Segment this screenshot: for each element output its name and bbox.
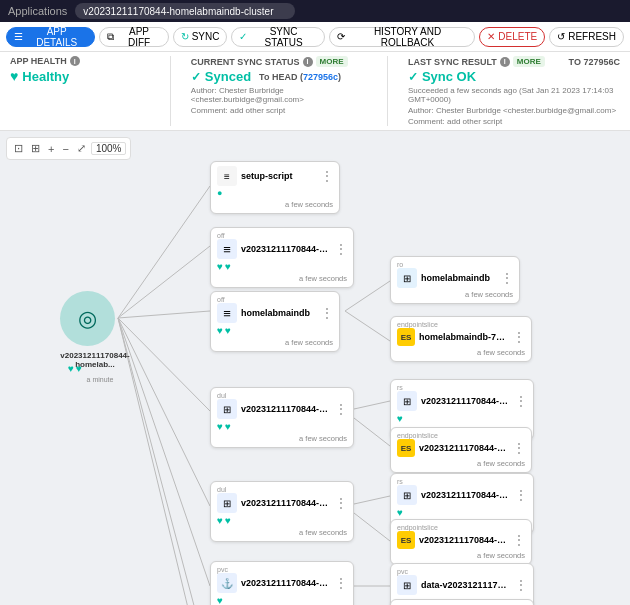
node-3-time: a few seconds <box>217 434 347 443</box>
right-node-4[interactable]: endpointslice ES v20231211170844-homelab… <box>390 427 532 473</box>
history-rollback-button[interactable]: ⟳ HISTORY AND ROLLBACK <box>329 27 476 47</box>
zoom-out-button[interactable]: − <box>59 141 71 157</box>
app-health-info-icon[interactable]: i <box>70 56 80 66</box>
sync-button[interactable]: ↻ SYNC <box>173 27 228 47</box>
rn4-menu[interactable]: ⋮ <box>513 441 525 455</box>
node-3-kind: dul <box>217 392 347 399</box>
rn5-menu[interactable]: ⋮ <box>515 488 527 502</box>
root-time: a minute <box>60 376 140 383</box>
fit-button[interactable]: ⊡ <box>11 140 26 157</box>
zoom-in-button[interactable]: + <box>45 141 57 157</box>
svg-line-9 <box>345 311 390 341</box>
app-nav-label[interactable]: Applications <box>8 5 67 17</box>
node-4[interactable]: dul ⊞ v20231211170844-homelab... ⋮ ♥ ♥ a… <box>210 481 354 542</box>
last-sync-detail: Succeeded a few seconds ago (Sat Jan 21 … <box>408 86 620 104</box>
right-node-6[interactable]: endpointslice ES v20231211170844-homelab… <box>390 519 532 565</box>
rn6-title: v20231211170844-homelab... <box>419 535 509 545</box>
rn1-menu[interactable]: ⋮ <box>501 271 513 285</box>
node-3-heart2: ♥ <box>225 421 231 432</box>
rn7-icon: ⊞ <box>397 575 417 595</box>
node-5-menu[interactable]: ⋮ <box>335 576 347 590</box>
setup-icon: ≡ <box>217 166 237 186</box>
refresh-button[interactable]: ↺ REFRESH <box>549 27 624 47</box>
svg-line-0 <box>118 186 210 318</box>
svg-line-4 <box>118 318 210 506</box>
top-nav: Applications <box>0 0 630 22</box>
setup-menu[interactable]: ⋮ <box>321 169 333 183</box>
rn6-kind: endpointslice <box>397 524 525 531</box>
node-4-title: v20231211170844-homelab... <box>241 498 331 508</box>
rn3-menu[interactable]: ⋮ <box>515 394 527 408</box>
node-5-title: v20231211170844-homelab... <box>241 578 331 588</box>
svg-line-2 <box>118 311 210 318</box>
node-1-time: a few seconds <box>217 274 347 283</box>
homelabmaindb-node[interactable]: off ≡ homelabmaindb ⋮ ♥ ♥ a few seconds <box>210 291 340 352</box>
rn7-kind: pvc <box>397 568 527 575</box>
node-5-kind: pvc <box>217 566 347 573</box>
right-node-1[interactable]: ro ⊞ homelabmaindb ⋮ a few seconds <box>390 256 520 304</box>
root-node[interactable]: ◎ <box>60 291 115 346</box>
setup-time: a few seconds <box>217 200 333 209</box>
delete-button[interactable]: ✕ DELETE <box>479 27 545 47</box>
node-3-title: v20231211170844-homelab... <box>241 404 331 414</box>
canvas-area[interactable]: ⊡ ⊞ + − ⤢ 100% ◎ v20231211170844-homelab… <box>0 131 630 605</box>
rn7-title: data-v20231211170844-hom... <box>421 580 511 590</box>
rn5-icon: ⊞ <box>397 485 417 505</box>
rn3-icon: ⊞ <box>397 391 417 411</box>
node-3[interactable]: dul ⊞ v20231211170844-homelab... ⋮ ♥ ♥ a… <box>210 387 354 448</box>
node-1-title: v20231211170844-homelab... <box>241 244 331 254</box>
status-bar: APP HEALTH i ♥ Healthy CURRENT SYNC STAT… <box>0 52 630 131</box>
last-sync-more-badge[interactable]: MORE <box>513 56 545 67</box>
breadcrumb-input[interactable] <box>75 3 295 19</box>
node-1[interactable]: off ≡ v20231211170844-homelab... ⋮ ♥ ♥ a… <box>210 227 354 288</box>
node-3-icon: ⊞ <box>217 399 237 419</box>
app-details-button[interactable]: ☰ APP DETAILS <box>6 27 95 47</box>
rn2-menu[interactable]: ⋮ <box>513 330 525 344</box>
rn2-time: a few seconds <box>397 348 525 357</box>
node-5[interactable]: pvc ⚓ v20231211170844-homelab... ⋮ ♥ a f… <box>210 561 354 605</box>
homelab-kind: off <box>217 296 333 303</box>
rn6-menu[interactable]: ⋮ <box>513 533 525 547</box>
refresh-icon: ↺ <box>557 31 565 42</box>
svg-line-1 <box>118 246 210 318</box>
rn2-kind: endpointslice <box>397 321 525 328</box>
node-1-menu[interactable]: ⋮ <box>335 242 347 256</box>
app-diff-button[interactable]: ⧉ APP DIFF <box>99 27 168 47</box>
node-1-icon: ≡ <box>217 239 237 259</box>
rn4-es-badge: ES <box>397 439 415 457</box>
rn7-menu[interactable]: ⋮ <box>515 578 527 592</box>
current-sync-more-badge[interactable]: MORE <box>316 56 348 67</box>
sync-info-icon[interactable]: i <box>303 57 313 67</box>
node-1-kind: off <box>217 232 347 239</box>
rn6-time: a few seconds <box>397 551 525 560</box>
rn4-time: a few seconds <box>397 459 525 468</box>
homelab-title: homelabmaindb <box>241 308 317 318</box>
head-link[interactable]: 727956c <box>303 72 338 82</box>
toolbar: ☰ APP DETAILS ⧉ APP DIFF ↻ SYNC ✓ SYNC S… <box>0 22 630 52</box>
right-node-8[interactable]: pod ⊞ v20231211170844-homelab... ⋮ ♥ run… <box>390 599 534 605</box>
author-line: Author: Chester Burbridge <chester.burbi… <box>191 86 367 104</box>
last-sync-value: ✓ Sync OK <box>408 69 620 84</box>
app-health-value: ♥ Healthy <box>10 68 150 84</box>
right-node-2[interactable]: endpointslice ES homelabmaindb-7schj ⋮ a… <box>390 316 532 362</box>
fit-width-button[interactable]: ⤢ <box>74 140 89 157</box>
last-sync-check-icon: ✓ <box>408 70 418 84</box>
app-health-label: APP HEALTH i <box>10 56 150 66</box>
last-sync-info-icon[interactable]: i <box>500 57 510 67</box>
sync-check-icon: ✓ <box>191 70 201 84</box>
setup-script-node[interactable]: ≡ setup-script ⋮ ● a few seconds <box>210 161 340 214</box>
root-heart1: ♥ <box>68 363 74 374</box>
homelab-time: a few seconds <box>217 338 333 347</box>
rn3-title: v20231211170844-homelab... <box>421 396 511 406</box>
expand-button[interactable]: ⊞ <box>28 140 43 157</box>
node-3-menu[interactable]: ⋮ <box>335 402 347 416</box>
homelab-icon: ≡ <box>217 303 237 323</box>
zoom-level: 100% <box>91 142 127 155</box>
node-4-menu[interactable]: ⋮ <box>335 496 347 510</box>
rn1-title: homelabmaindb <box>421 273 497 283</box>
sync-status-button[interactable]: ✓ SYNC STATUS <box>231 27 324 47</box>
delete-icon: ✕ <box>487 31 495 42</box>
last-sync-label: LAST SYNC RESULT i MORE To 727956c <box>408 56 620 67</box>
homelab-menu[interactable]: ⋮ <box>321 306 333 320</box>
current-sync-label: CURRENT SYNC STATUS i MORE <box>191 56 367 67</box>
